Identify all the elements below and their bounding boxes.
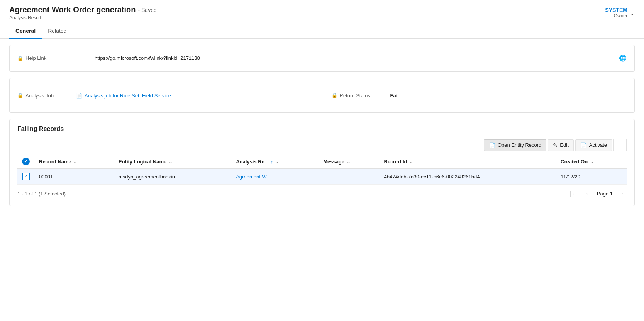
header-left: Agreement Work Order generation - Saved … xyxy=(9,5,157,20)
header-subtitle: Analysis Result xyxy=(9,15,157,20)
activate-button[interactable]: 📄 Activate xyxy=(575,139,612,151)
td-record-id: 4b474deb-7a30-ec11-b6e6-002248261bd4 xyxy=(380,169,556,185)
globe-icon: 🌐 xyxy=(619,54,627,62)
failing-records-title: Failing Records xyxy=(17,126,627,132)
return-status-label: 🔒 Return Status xyxy=(332,93,386,99)
th-record-id[interactable]: Record Id ⌄ xyxy=(380,155,556,169)
analysis-job-value[interactable]: 📄 Analysis job for Rule Set: Field Servi… xyxy=(76,93,171,99)
table-row: ✓00001msdyn_agreementbookin...Agreement … xyxy=(17,169,627,185)
tabs-bar: General Related xyxy=(0,24,644,39)
td-message xyxy=(319,169,379,185)
row-checkbox[interactable]: ✓ xyxy=(22,173,30,180)
sort-record-id-icon: ⌄ xyxy=(409,160,413,164)
return-status-field: 🔒 Return Status Fail xyxy=(332,93,627,99)
return-status-value: Fail xyxy=(390,93,399,99)
sort-message-icon: ⌄ xyxy=(347,160,350,164)
prev-page-button[interactable]: ← xyxy=(583,189,594,198)
pagination-summary: 1 - 1 of 1 (1 Selected) xyxy=(17,191,66,197)
th-created-on[interactable]: Created On ⌄ xyxy=(556,155,627,169)
th-entity-logical-name[interactable]: Entity Logical Name ⌄ xyxy=(114,155,231,169)
table-header-row: ✓ Record Name ⌄ Entity Logical Name ⌄ xyxy=(17,155,627,169)
pagination: 1 - 1 of 1 (1 Selected) |← ← Page 1 → xyxy=(17,185,627,199)
select-all-check-icon: ✓ xyxy=(24,159,28,164)
edit-button[interactable]: ✎ Edit xyxy=(548,139,573,151)
owner-block: SYSTEM Owner xyxy=(605,7,627,19)
owner-name[interactable]: SYSTEM xyxy=(605,7,627,13)
sort-entity-icon: ⌄ xyxy=(169,160,172,164)
failing-records-table: ✓ Record Name ⌄ Entity Logical Name ⌄ xyxy=(17,155,627,185)
owner-chevron-icon[interactable]: ⌄ xyxy=(630,9,635,17)
th-message[interactable]: Message ⌄ xyxy=(319,155,379,169)
analysis-job-label: 🔒 Analysis Job xyxy=(17,93,71,99)
open-entity-record-button[interactable]: 📄 Open Entity Record xyxy=(484,139,546,151)
analysis-row: 🔒 Analysis Job 📄 Analysis job for Rule S… xyxy=(17,85,627,106)
analysis-job-field: 🔒 Analysis Job 📄 Analysis job for Rule S… xyxy=(17,93,313,99)
analysis-result-link[interactable]: Agreement W... xyxy=(236,174,271,180)
analysis-lock-icon: 🔒 xyxy=(17,93,23,98)
next-page-button[interactable]: → xyxy=(616,189,627,198)
open-entity-doc-icon: 📄 xyxy=(489,142,495,148)
page-wrapper: Agreement Work Order generation - Saved … xyxy=(0,0,644,321)
sort-created-on-icon: ⌄ xyxy=(590,160,593,164)
first-page-button[interactable]: |← xyxy=(568,189,580,198)
tab-general[interactable]: General xyxy=(9,24,42,39)
sort-analysis-asc-icon: ↑ xyxy=(271,160,273,164)
td-record-name: 00001 xyxy=(34,169,114,185)
td-analysis-result[interactable]: Agreement W... xyxy=(231,169,319,185)
tab-related[interactable]: Related xyxy=(42,24,73,39)
header: Agreement Work Order generation - Saved … xyxy=(0,0,644,24)
row-check-icon: ✓ xyxy=(24,174,28,179)
th-select-all[interactable]: ✓ xyxy=(17,155,34,169)
pagination-controls: |← ← Page 1 → xyxy=(568,189,627,198)
row-checkbox-cell[interactable]: ✓ xyxy=(17,169,34,185)
page-label: Page 1 xyxy=(597,191,613,197)
title-text: Agreement Work Order generation xyxy=(9,5,136,14)
edit-pencil-icon: ✎ xyxy=(553,142,558,148)
td-entity-logical-name: msdyn_agreementbookin... xyxy=(114,169,231,185)
lock-icon: 🔒 xyxy=(17,56,23,61)
sort-record-name-icon: ⌄ xyxy=(73,160,77,164)
saved-label: - Saved xyxy=(138,7,156,13)
failing-records-section: Failing Records 📄 Open Entity Record ✎ E… xyxy=(9,119,635,206)
help-link-label: 🔒 Help Link xyxy=(17,55,95,61)
doc-icon: 📄 xyxy=(76,93,82,99)
select-all-checkbox[interactable]: ✓ xyxy=(22,158,30,165)
sort-analysis-desc-icon: ⌄ xyxy=(275,160,278,164)
more-options-button[interactable]: ⋮ xyxy=(613,139,627,151)
analysis-section: 🔒 Analysis Job 📄 Analysis job for Rule S… xyxy=(9,78,635,113)
help-link-value: https://go.microsoft.com/fwlink/?linkid=… xyxy=(95,55,200,61)
th-record-name[interactable]: Record Name ⌄ xyxy=(34,155,114,169)
failing-records-toolbar: 📄 Open Entity Record ✎ Edit 📄 Activate ⋮ xyxy=(17,139,627,151)
header-right: SYSTEM Owner ⌄ xyxy=(605,7,635,19)
divider xyxy=(322,89,322,102)
owner-label: Owner xyxy=(605,13,627,19)
return-lock-icon: 🔒 xyxy=(332,93,337,98)
main-content: 🔒 Help Link https://go.microsoft.com/fwl… xyxy=(0,39,644,321)
td-created-on: 11/12/20... xyxy=(556,169,627,185)
help-link-section: 🔒 Help Link https://go.microsoft.com/fwl… xyxy=(9,45,635,72)
header-title: Agreement Work Order generation - Saved xyxy=(9,5,157,14)
activate-doc-icon: 📄 xyxy=(580,142,587,148)
help-link-row: 🔒 Help Link https://go.microsoft.com/fwl… xyxy=(17,51,627,65)
th-analysis-result[interactable]: Analysis Re... ↑ ⌄ xyxy=(231,155,319,169)
